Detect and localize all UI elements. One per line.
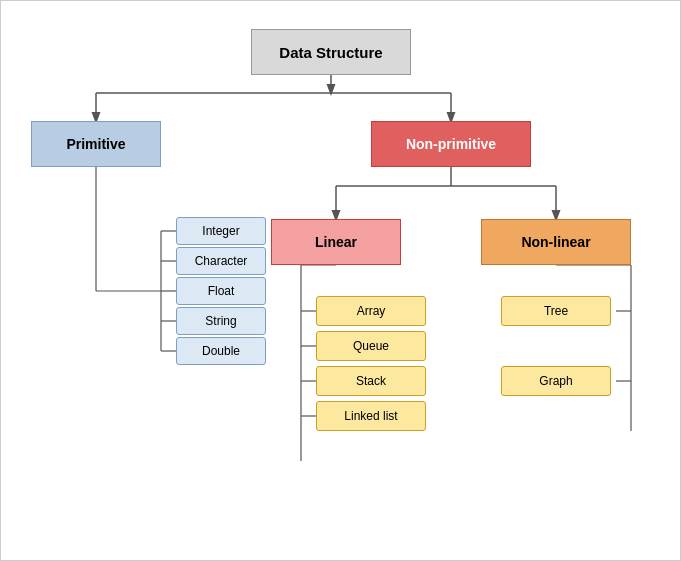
node-integer: Integer [176, 217, 266, 245]
node-nonprimitive: Non-primitive [371, 121, 531, 167]
node-float: Float [176, 277, 266, 305]
node-stack: Stack [316, 366, 426, 396]
node-array: Array [316, 296, 426, 326]
diagram: Data Structure Primitive Non-primitive L… [0, 0, 681, 561]
node-tree: Tree [501, 296, 611, 326]
connectors [1, 1, 681, 561]
node-linked-list: Linked list [316, 401, 426, 431]
node-graph: Graph [501, 366, 611, 396]
node-data-structure: Data Structure [251, 29, 411, 75]
node-linear: Linear [271, 219, 401, 265]
node-nonlinear: Non-linear [481, 219, 631, 265]
node-primitive: Primitive [31, 121, 161, 167]
node-string: String [176, 307, 266, 335]
node-double: Double [176, 337, 266, 365]
node-character: Character [176, 247, 266, 275]
node-queue: Queue [316, 331, 426, 361]
